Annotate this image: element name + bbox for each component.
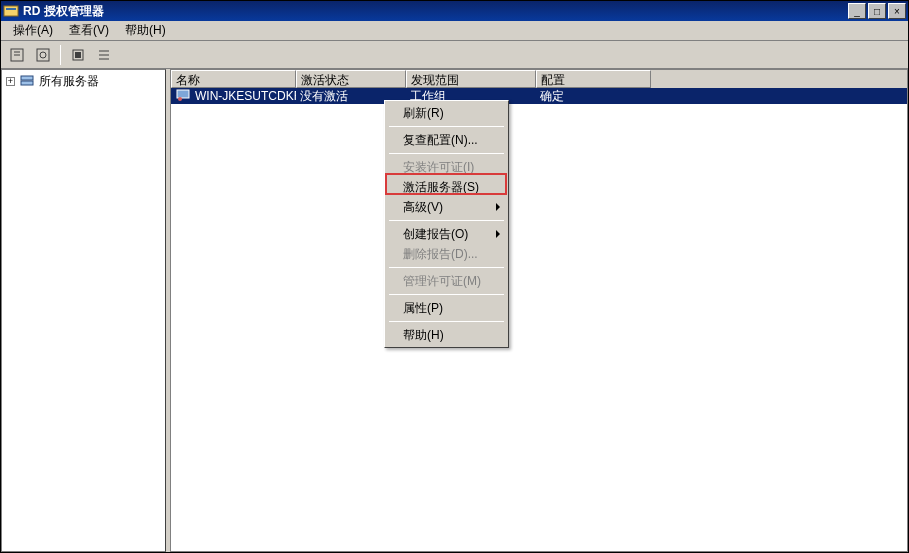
- svg-rect-8: [75, 52, 81, 58]
- app-icon: [3, 3, 19, 19]
- menu-create-report-label: 创建报告(O): [403, 226, 468, 243]
- context-menu: 刷新(R) 复查配置(N)... 安装许可证(I) 激活服务器(S) 高级(V)…: [384, 100, 509, 348]
- svg-rect-1: [6, 8, 16, 10]
- menu-separator: [389, 294, 504, 295]
- servers-icon: [19, 72, 35, 91]
- server-icon: [175, 87, 191, 106]
- menu-help[interactable]: 帮助(H): [117, 20, 174, 41]
- window-controls: _ □ ×: [848, 3, 906, 19]
- menubar: 操作(A) 查看(V) 帮助(H): [1, 21, 908, 41]
- svg-rect-14: [177, 90, 189, 98]
- col-config[interactable]: 配置: [536, 70, 651, 88]
- svg-rect-13: [21, 81, 33, 85]
- cell-name: WIN-JKESUTCDKFE: [171, 87, 296, 106]
- list-header: 名称 激活状态 发现范围 配置: [171, 70, 907, 88]
- submenu-arrow-icon: [496, 203, 500, 211]
- toolbar-button-1[interactable]: [5, 44, 29, 66]
- svg-rect-0: [4, 6, 18, 16]
- svg-rect-12: [21, 76, 33, 80]
- menu-separator: [389, 153, 504, 154]
- menu-action[interactable]: 操作(A): [5, 20, 61, 41]
- list-pane: 名称 激活状态 发现范围 配置 WIN-JKESUTCDKFE 没有激活 工作组…: [170, 69, 908, 552]
- menu-properties[interactable]: 属性(P): [387, 298, 506, 318]
- svg-rect-5: [37, 49, 49, 61]
- maximize-button[interactable]: □: [868, 3, 886, 19]
- menu-delete-report: 删除报告(D)...: [387, 244, 506, 264]
- col-scope[interactable]: 发现范围: [406, 70, 536, 88]
- toolbar-button-4[interactable]: [92, 44, 116, 66]
- tree-root-label: 所有服务器: [39, 73, 99, 90]
- menu-refresh[interactable]: 刷新(R): [387, 103, 506, 123]
- close-button[interactable]: ×: [888, 3, 906, 19]
- svg-point-15: [178, 97, 182, 101]
- titlebar: RD 授权管理器 _ □ ×: [1, 1, 908, 21]
- menu-separator: [389, 126, 504, 127]
- cell-config: 确定: [536, 88, 651, 105]
- submenu-arrow-icon: [496, 230, 500, 238]
- menu-review-config[interactable]: 复查配置(N)...: [387, 130, 506, 150]
- menu-view[interactable]: 查看(V): [61, 20, 117, 41]
- toolbar-button-2[interactable]: [31, 44, 55, 66]
- menu-separator: [389, 220, 504, 221]
- col-name[interactable]: 名称: [171, 70, 296, 88]
- menu-context-help[interactable]: 帮助(H): [387, 325, 506, 345]
- window-title: RD 授权管理器: [23, 3, 848, 20]
- tree-pane: + 所有服务器: [1, 69, 166, 552]
- menu-create-report[interactable]: 创建报告(O): [387, 224, 506, 244]
- toolbar: [1, 41, 908, 69]
- table-row[interactable]: WIN-JKESUTCDKFE 没有激活 工作组 确定: [171, 88, 907, 104]
- minimize-button[interactable]: _: [848, 3, 866, 19]
- menu-activate-server[interactable]: 激活服务器(S): [387, 177, 506, 197]
- menu-install-license: 安装许可证(I): [387, 157, 506, 177]
- menu-advanced[interactable]: 高级(V): [387, 197, 506, 217]
- expand-icon[interactable]: +: [6, 77, 15, 86]
- menu-manage-license: 管理许可证(M): [387, 271, 506, 291]
- menu-advanced-label: 高级(V): [403, 199, 443, 216]
- svg-point-6: [40, 52, 46, 58]
- cell-name-text: WIN-JKESUTCDKFE: [195, 89, 296, 103]
- menu-separator: [389, 321, 504, 322]
- toolbar-button-3[interactable]: [66, 44, 90, 66]
- toolbar-separator: [60, 45, 61, 65]
- menu-separator: [389, 267, 504, 268]
- tree-root-item[interactable]: + 所有服务器: [4, 72, 163, 90]
- col-activation[interactable]: 激活状态: [296, 70, 406, 88]
